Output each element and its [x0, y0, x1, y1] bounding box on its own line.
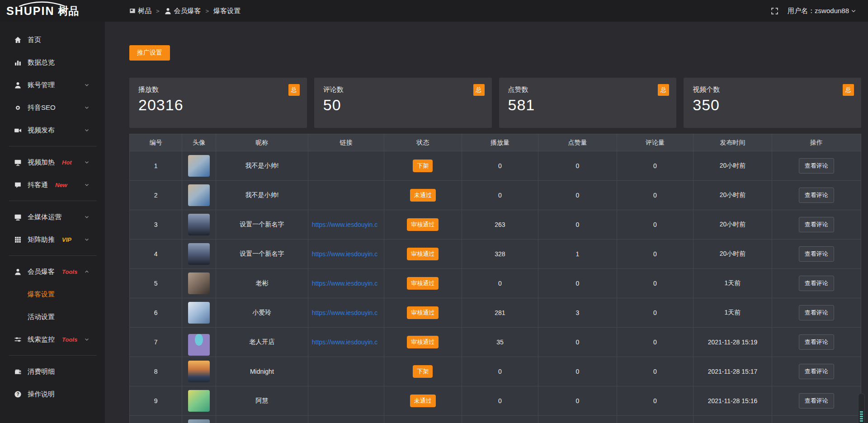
view-comments-button[interactable]: 查看评论 — [799, 188, 834, 203]
chevron-down-icon — [83, 105, 91, 110]
cell-nickname: 设置一个新名字 — [216, 240, 308, 269]
stat-total-badge: 总 — [473, 84, 485, 96]
video-link[interactable]: https://www.iesdouyin.c — [312, 221, 383, 228]
cell-nickname — [216, 416, 308, 423]
view-comments-button[interactable]: 查看评论 — [799, 158, 834, 174]
divider — [9, 355, 97, 356]
sidebar-item[interactable]: 视频加热Hot — [0, 151, 105, 174]
sidebar-item[interactable]: 全媒体运营 — [0, 206, 105, 228]
sidebar-item[interactable]: 线索监控Tools — [0, 328, 105, 351]
sidebar-item-label: 会员爆客 — [28, 268, 55, 276]
table-row: 8Midnight下架0002021-11-28 15:17查看评论 — [130, 357, 861, 386]
view-comments-button[interactable]: 查看评论 — [799, 276, 834, 291]
breadcrumb-item[interactable]: 树品 — [129, 7, 151, 15]
cell-time: 20小时前 — [693, 210, 772, 240]
stat-card: 评论数50总 — [314, 78, 492, 128]
breadcrumb-item[interactable]: 爆客设置 — [213, 7, 241, 15]
stat-card: 播放数20316总 — [129, 78, 307, 128]
gear-icon — [14, 104, 22, 112]
sidebar-item[interactable]: 会员爆客Tools — [0, 260, 105, 283]
cell-link: https://www.iesdouyin.c — [308, 298, 384, 328]
sidebar-item-label: 视频发布 — [28, 126, 55, 135]
sidebar-subitem[interactable]: 活动设置 — [0, 306, 105, 328]
cell-link — [308, 181, 384, 210]
cell-likes: 0 — [538, 357, 617, 386]
sidebar-item[interactable]: 消费明细 — [0, 360, 105, 383]
stat-label: 评论数 — [323, 85, 483, 94]
cell-plays: 263 — [462, 210, 538, 240]
sidebar-item[interactable]: 抖客通New — [0, 174, 105, 196]
sidebar-item[interactable]: 数据总览 — [0, 51, 105, 74]
view-comments-button[interactable]: 查看评论 — [799, 246, 834, 262]
view-comments-button[interactable]: 查看评论 — [799, 334, 834, 350]
sidebar-item-label: 账号管理 — [28, 81, 55, 89]
column-header: 操作 — [772, 134, 861, 151]
promo-settings-button[interactable]: 推广设置 — [129, 45, 170, 61]
video-link[interactable]: https://www.iesdouyin.c — [312, 338, 383, 346]
floating-widget[interactable] — [858, 393, 865, 423]
cell-likes: 3 — [538, 298, 617, 328]
brand-name-cn: 树品 — [58, 6, 79, 16]
breadcrumb-separator: > — [156, 8, 160, 14]
column-header: 头像 — [182, 134, 216, 151]
sidebar-item[interactable]: ?操作说明 — [0, 383, 105, 405]
user-menu[interactable]: 用户名：zswodun88 — [788, 7, 856, 15]
chevron-down-icon — [83, 337, 91, 342]
sidebar-item[interactable]: 首页 — [0, 28, 105, 51]
cell-nickname: 我不是小帅! — [216, 181, 308, 210]
user-icon — [164, 7, 172, 15]
sidebar-item[interactable]: 视频发布 — [0, 119, 105, 141]
view-comments-button[interactable]: 查看评论 — [799, 364, 834, 379]
view-comments-button[interactable]: 查看评论 — [799, 217, 834, 232]
cell-plays: 35 — [462, 328, 538, 357]
cell-likes: 0 — [538, 328, 617, 357]
cell-status: 审核通过 — [384, 298, 462, 328]
stat-card: 视频个数350总 — [684, 78, 861, 128]
sidebar-subitem[interactable]: 爆客设置 — [0, 283, 105, 306]
cell-link: https://www.iesdouyin.c — [308, 210, 384, 240]
video-link[interactable]: https://www.iesdouyin.c — [312, 309, 383, 316]
avatar — [188, 184, 210, 206]
avatar — [188, 390, 210, 412]
cell-action: 查看评论 — [772, 181, 861, 210]
column-header: 发布时间 — [693, 134, 772, 151]
cell-id: 1 — [130, 151, 182, 181]
app-logo: SHUPIN 树品 — [0, 0, 105, 22]
avatar — [188, 243, 210, 265]
cell-status — [384, 416, 462, 423]
cell-time: 20小时前 — [693, 240, 772, 269]
cell-nickname: 我不是小帅! — [216, 151, 308, 181]
breadcrumb-item[interactable]: 会员爆客 — [164, 7, 201, 15]
chevron-down-icon — [851, 8, 856, 14]
column-header: 点赞量 — [538, 134, 617, 151]
cell-status: 审核通过 — [384, 240, 462, 269]
cell-status: 未通过 — [384, 181, 462, 210]
cell-comments: 0 — [617, 181, 693, 210]
video-link[interactable]: https://www.iesdouyin.c — [312, 250, 383, 258]
status-badge: 审核通过 — [407, 336, 439, 348]
cell-time: 1天前 — [693, 298, 772, 328]
cell-plays: 328 — [462, 240, 538, 269]
cell-avatar — [182, 328, 216, 357]
status-badge: 审核通过 — [407, 248, 439, 260]
stat-value: 581 — [508, 96, 668, 114]
stat-cards: 播放数20316总评论数50总点赞数581总视频个数350总 — [129, 78, 861, 128]
sidebar: 首页数据总览账号管理抖音SEO视频发布视频加热Hot抖客通New全媒体运营矩阵助… — [0, 22, 105, 423]
table-row: 1我不是小帅!下架00020小时前查看评论 — [130, 151, 861, 181]
cell-nickname: 老彬 — [216, 269, 308, 298]
cell-comments: 0 — [617, 151, 693, 181]
table-row: 7老人开店https://www.iesdouyin.c审核通过35002021… — [130, 328, 861, 357]
avatar — [188, 419, 210, 423]
cell-time: 2021-11-28 15:19 — [693, 328, 772, 357]
sidebar-item[interactable]: 抖音SEO — [0, 96, 105, 119]
sidebar-item[interactable]: 账号管理 — [0, 74, 105, 96]
divider — [9, 146, 97, 146]
cell-likes: 0 — [538, 181, 617, 210]
sidebar-item[interactable]: 矩阵助推VIP — [0, 228, 105, 251]
view-comments-button[interactable]: 查看评论 — [799, 393, 834, 409]
video-link[interactable]: https://www.iesdouyin.c — [312, 280, 383, 287]
chevron-down-icon — [83, 160, 91, 165]
fullscreen-icon[interactable] — [771, 7, 778, 15]
cell-id: 3 — [130, 210, 182, 240]
view-comments-button[interactable]: 查看评论 — [799, 305, 834, 320]
